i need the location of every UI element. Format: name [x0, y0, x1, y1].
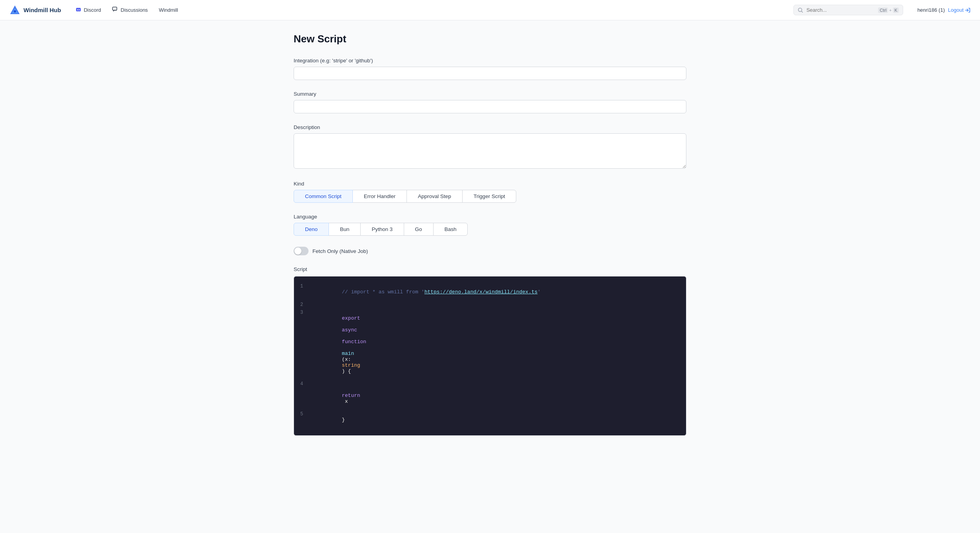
windmill-nav-label: Windmill	[159, 7, 178, 13]
code-type-string: string	[342, 362, 360, 368]
svg-point-2	[14, 10, 16, 13]
search-box[interactable]: Ctrl + K	[793, 5, 903, 15]
language-go[interactable]: Go	[404, 223, 434, 236]
svg-point-4	[77, 9, 78, 10]
windmill-logo-icon	[9, 5, 20, 16]
line-number-2: 2	[300, 302, 311, 307]
discussions-label: Discussions	[121, 7, 148, 13]
user-label: henri186 (1)	[917, 7, 945, 13]
discussions-icon	[112, 6, 118, 14]
code-line-5: 5 }	[294, 411, 686, 429]
discord-label: Discord	[84, 7, 101, 13]
discord-icon	[75, 6, 82, 14]
svg-rect-6	[113, 7, 117, 10]
kind-trigger-script[interactable]: Trigger Script	[462, 190, 517, 203]
language-deno[interactable]: Deno	[294, 223, 329, 236]
kbd-plus: +	[889, 8, 891, 13]
toggle-row: Fetch Only (Native Job)	[294, 247, 686, 255]
description-textarea[interactable]	[294, 133, 686, 169]
language-section: Language Deno Bun Python 3 Go Bash	[294, 214, 686, 236]
brand-name: Windmill Hub	[24, 7, 61, 13]
language-bash[interactable]: Bash	[433, 223, 468, 236]
script-section: Script 1 // import * as wmill from 'http…	[294, 266, 686, 436]
line-content-3: export async function main (x: string ) …	[311, 309, 366, 380]
integration-label: Integration (e.g: 'stripe' or 'github')	[294, 58, 686, 64]
code-fn-main: main	[342, 351, 354, 357]
line-number-4: 4	[300, 381, 311, 387]
discussions-nav-item[interactable]: Discussions	[107, 4, 152, 16]
logout-label: Logout	[948, 7, 964, 13]
language-btn-group: Deno Bun Python 3 Go Bash	[294, 223, 686, 236]
kind-btn-group: Common Script Error Handler Approval Ste…	[294, 190, 686, 203]
language-label: Language	[294, 214, 686, 220]
kbd-k: K	[893, 7, 899, 13]
script-section-title: Script	[294, 266, 686, 272]
kbd-ctrl: Ctrl	[878, 7, 888, 13]
code-line-1: 1 // import * as wmill from 'https://den…	[294, 283, 686, 301]
fetch-only-toggle[interactable]	[294, 247, 309, 255]
line-number-1: 1	[300, 283, 311, 289]
user-area: henri186 (1) Logout	[917, 7, 971, 13]
kw-return: return	[342, 393, 360, 398]
code-comment-1b: '	[537, 289, 541, 295]
search-icon	[798, 7, 803, 13]
summary-label: Summary	[294, 91, 686, 97]
kw-export: export	[342, 315, 360, 321]
search-kbd-hint: Ctrl + K	[878, 7, 899, 13]
code-link-1[interactable]: https://deno.land/x/windmill/index.ts	[425, 289, 538, 295]
summary-section: Summary	[294, 91, 686, 113]
code-line-3: 3 export async function main (x: string …	[294, 309, 686, 380]
integration-input[interactable]	[294, 67, 686, 80]
navbar-nav: Discord Discussions Windmill	[71, 4, 183, 16]
code-comment-1a: // import * as wmill from '	[342, 289, 425, 295]
kind-section: Kind Common Script Error Handler Approva…	[294, 181, 686, 203]
discord-nav-item[interactable]: Discord	[71, 4, 106, 16]
windmill-nav-item[interactable]: Windmill	[154, 5, 183, 15]
search-input[interactable]	[806, 7, 875, 13]
logout-link[interactable]: Logout	[948, 7, 971, 13]
navbar: Windmill Hub Discord Discussions	[0, 0, 980, 20]
description-section: Description	[294, 124, 686, 170]
line-number-5: 5	[300, 411, 311, 417]
summary-input[interactable]	[294, 100, 686, 113]
description-label: Description	[294, 124, 686, 130]
kind-approval-step[interactable]: Approval Step	[407, 190, 463, 203]
kw-async: async	[342, 327, 357, 333]
line-content-1: // import * as wmill from 'https://deno.…	[311, 283, 541, 301]
toggle-label: Fetch Only (Native Job)	[312, 248, 368, 254]
main-content: New Script Integration (e.g: 'stripe' or…	[284, 20, 696, 478]
page-title: New Script	[294, 33, 686, 45]
line-content-4: return x	[311, 381, 360, 410]
language-python3[interactable]: Python 3	[360, 223, 404, 236]
code-line-4: 4 return x	[294, 380, 686, 411]
kind-label: Kind	[294, 181, 686, 187]
integration-section: Integration (e.g: 'stripe' or 'github')	[294, 58, 686, 80]
kind-error-handler[interactable]: Error Handler	[352, 190, 407, 203]
line-content-5: }	[311, 411, 345, 429]
language-bun[interactable]: Bun	[328, 223, 361, 236]
line-number-3: 3	[300, 309, 311, 315]
svg-point-5	[78, 9, 79, 10]
brand-logo-link[interactable]: Windmill Hub	[9, 5, 61, 16]
svg-rect-3	[76, 8, 81, 11]
kind-common-script[interactable]: Common Script	[294, 190, 353, 203]
kw-function: function	[342, 339, 366, 345]
logout-icon	[965, 7, 971, 13]
line-content-2	[311, 302, 314, 307]
code-editor[interactable]: 1 // import * as wmill from 'https://den…	[294, 276, 686, 436]
code-line-2: 2	[294, 301, 686, 309]
